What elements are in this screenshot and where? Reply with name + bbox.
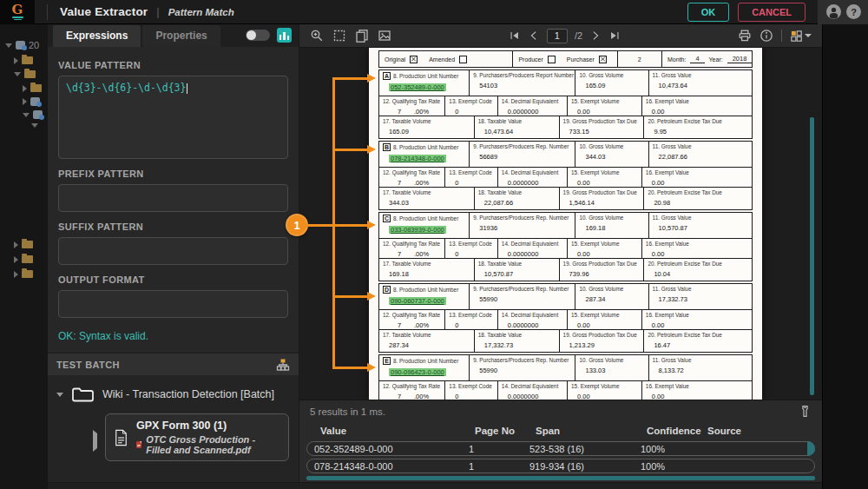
form-section-b: B8. Production Unit Number078-214348-0-0…	[378, 141, 753, 210]
tree-item[interactable]	[14, 70, 36, 78]
tree-item[interactable]	[23, 84, 42, 92]
caret-right-icon	[14, 241, 18, 248]
tree-item-label: 20	[29, 40, 39, 50]
ok-button[interactable]: OK	[687, 3, 730, 22]
result-row[interactable]: 078-214348-0-000 1 919-934 (16) 100%	[306, 459, 815, 473]
tree-item[interactable]	[14, 56, 33, 64]
document-page: Original Amended Producer Purchaser	[369, 48, 762, 400]
marquee-select-icon[interactable]	[332, 29, 346, 43]
prev-page-icon[interactable]	[528, 30, 540, 42]
pagination-controls: 1 /2	[509, 29, 621, 43]
output-format-input[interactable]	[58, 290, 288, 318]
next-page-icon[interactable]	[589, 30, 602, 42]
value-pattern-input[interactable]: \d{3}-\d{6}-\d-\d{3}	[58, 76, 288, 159]
field-label: Amended	[429, 56, 455, 63]
document-viewer[interactable]: Original Amended Producer Purchaser	[299, 48, 822, 400]
object-icon	[30, 97, 40, 106]
dialog-subtitle: Pattern Match	[168, 7, 234, 17]
result-span: 919-934 (16)	[529, 461, 641, 472]
first-page-icon[interactable]	[509, 30, 521, 42]
copy-pages-icon[interactable]	[355, 29, 369, 43]
pattern-mode-toggle[interactable]	[246, 30, 270, 41]
batch-folder-label: Wiki - Transaction Detection [Batch]	[102, 388, 274, 400]
suffix-pattern-input[interactable]	[58, 237, 288, 265]
tree-item[interactable]	[14, 255, 33, 263]
section-letter: B	[383, 143, 391, 151]
result-page: 1	[469, 461, 529, 472]
viewer-toolbar: 1 /2	[299, 24, 822, 48]
document-title: GPX Form 300 (1)	[136, 420, 279, 432]
app-header: G Value Extractor | Pattern Match OK CAN…	[0, 0, 868, 24]
matched-value[interactable]: 078-214348-0-000	[389, 155, 446, 162]
last-page-icon[interactable]	[608, 30, 621, 42]
matched-value[interactable]: 033-083939-0-000	[389, 226, 446, 234]
suffix-pattern-label: SUFFIX PATTERN	[58, 221, 288, 232]
caret-right-icon[interactable]	[93, 433, 97, 449]
caret-right-icon	[23, 98, 27, 105]
text-cursor	[187, 83, 187, 94]
pdf-icon	[136, 439, 141, 450]
batch-folder-item[interactable]: Wiki - Transaction Detection [Batch]	[56, 386, 293, 403]
folder-icon	[30, 84, 42, 92]
hierarchy-icon[interactable]	[276, 358, 290, 372]
matched-value[interactable]: 090-060737-0-000	[389, 297, 446, 305]
page-count: /2	[575, 30, 582, 41]
tree-item[interactable]	[23, 110, 43, 119]
results-horizontal-scrollbar[interactable]	[306, 476, 815, 480]
form-section-d: D8. Production Unit Number090-060737-0-0…	[378, 283, 753, 353]
matched-value[interactable]: 052-352489-0-000	[389, 83, 446, 91]
expressions-panel: Expressions Properties VALUE PATTERN \d{…	[48, 24, 299, 482]
header-right-segment: ?	[818, 0, 868, 24]
syntax-status: OK: Syntax is valid.	[58, 330, 288, 342]
checkbox-checked	[599, 56, 607, 63]
form-header-row: Original Amended Producer Purchaser	[378, 50, 753, 68]
flashlight-icon[interactable]	[799, 405, 812, 418]
tab-expressions[interactable]: Expressions	[53, 25, 141, 47]
image-icon[interactable]	[378, 29, 391, 43]
page-number-input[interactable]: 1	[547, 29, 568, 43]
folder-icon	[22, 255, 33, 263]
caret-right-icon	[14, 271, 18, 278]
result-confidence: 100%	[641, 461, 701, 472]
field-label: Producer	[518, 56, 542, 63]
checkbox-unchecked	[459, 56, 467, 63]
column-header-confidence: Confidence	[647, 426, 707, 436]
view-layout-dropdown[interactable]	[790, 30, 812, 43]
viewer-tools-right	[738, 29, 812, 43]
viewer-vertical-scrollbar[interactable]	[810, 117, 814, 395]
print-icon[interactable]	[738, 29, 752, 43]
user-icon[interactable]	[826, 4, 841, 19]
tree-item-root[interactable]: 20	[5, 40, 39, 50]
tree-item[interactable]	[14, 270, 33, 278]
help-icon[interactable]: ?	[846, 4, 861, 19]
results-table: Value Page No Span Confidence Source 052…	[299, 422, 822, 480]
zoom-icon[interactable]	[310, 29, 324, 43]
matched-value[interactable]: 090-096423-0-000	[389, 368, 446, 376]
toggle-knob	[247, 30, 256, 40]
results-scrollbar-thumb[interactable]	[807, 441, 815, 456]
document-item[interactable]: GPX Form 300 (1) OTC Gross Production - …	[105, 413, 289, 461]
toolbar-separator	[781, 30, 782, 42]
tree-item[interactable]	[14, 241, 33, 248]
value-pattern-label: VALUE PATTERN	[58, 60, 288, 70]
caret-down-icon	[805, 33, 812, 38]
panel-tabbar: Expressions Properties	[48, 24, 299, 47]
database-icon	[16, 41, 25, 50]
tree-item[interactable]	[23, 97, 40, 106]
result-confidence: 100%	[641, 444, 701, 454]
cancel-button[interactable]: CANCEL	[738, 3, 806, 22]
prefix-pattern-input[interactable]	[58, 184, 288, 212]
tree-item[interactable]	[31, 123, 38, 128]
info-icon[interactable]	[760, 29, 773, 43]
results-summary-text: 5 results in 1 ms.	[310, 406, 385, 417]
field-value: 2	[638, 56, 641, 63]
user-glyph	[826, 4, 841, 19]
column-header-page: Page No	[475, 426, 536, 436]
statistics-icon[interactable]	[277, 28, 292, 43]
result-value: 078-214348-0-000	[314, 461, 469, 472]
results-panel: 5 results in 1 ms. Value Page No Span Co…	[299, 400, 822, 482]
result-row[interactable]: 052-352489-0-000 1 523-538 (16) 100%	[306, 441, 815, 456]
tab-properties[interactable]: Properties	[142, 25, 220, 47]
result-span: 523-538 (16)	[529, 444, 641, 454]
column-header-span: Span	[536, 426, 647, 436]
